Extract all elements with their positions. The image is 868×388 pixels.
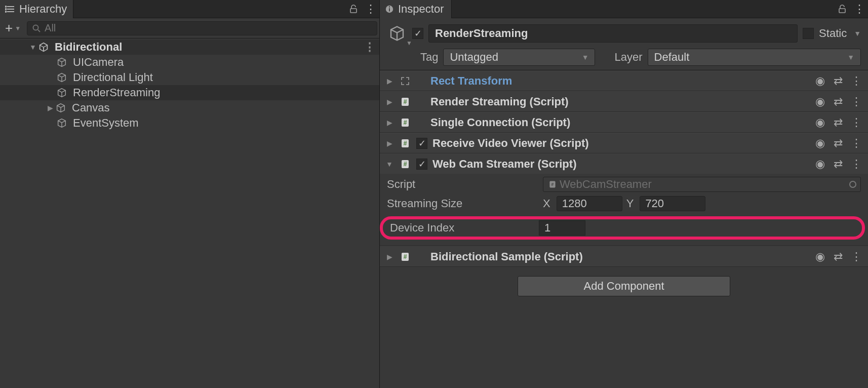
help-icon[interactable]: ◉ — [813, 74, 826, 88]
component-receive-video-viewer: # Receive Video Viewer (Script) ◉ ⇄ ⋮ — [380, 133, 868, 153]
hierarchy-menu-icon[interactable]: ⋮ — [362, 0, 379, 18]
streaming-size-property: Streaming Size X Y — [387, 196, 861, 211]
script-value: WebCamStreamer — [560, 178, 652, 191]
gameobject-name-input[interactable] — [428, 24, 798, 43]
inspector-menu-icon[interactable]: ⋮ — [851, 0, 868, 18]
property-label: Device Index — [386, 221, 535, 235]
preset-icon[interactable]: ⇄ — [832, 116, 845, 129]
gameobject-enabled-checkbox[interactable] — [412, 28, 423, 39]
hierarchy-item-directional-light[interactable]: Directional Light — [0, 70, 379, 85]
kebab-icon[interactable]: ⋮ — [850, 137, 863, 150]
gameobject-icon — [55, 102, 67, 114]
hierarchy-tab[interactable]: Hierarchy — [0, 0, 73, 18]
script-icon: # — [399, 137, 411, 149]
foldout-icon[interactable] — [46, 104, 55, 112]
component-enable-checkbox[interactable] — [416, 159, 427, 170]
component-enable-checkbox[interactable] — [416, 138, 427, 149]
static-checkbox[interactable] — [803, 28, 814, 39]
kebab-icon[interactable]: ⋮ — [850, 158, 863, 171]
hierarchy-search[interactable] — [27, 21, 377, 35]
component-title: Receive Video Viewer (Script) — [432, 137, 589, 150]
hierarchy-item-canvas[interactable]: Canvas — [0, 100, 379, 115]
script-reference-field[interactable]: # WebCamStreamer — [543, 177, 861, 192]
foldout-icon[interactable] — [385, 77, 394, 85]
object-picker-icon[interactable] — [849, 181, 856, 188]
svg-text:#: # — [404, 98, 407, 105]
component-header[interactable]: # Bidirectional Sample (Script) ◉ ⇄ ⋮ — [380, 246, 868, 266]
inspector-lock-icon[interactable] — [834, 0, 851, 18]
gameobject-header: ▼ Static ▼ Tag Untagged ▼ Layer Default … — [380, 18, 868, 70]
script-icon: # — [399, 96, 411, 108]
gameobject-icon — [56, 87, 68, 99]
hierarchy-tree: Bidirectional ⋮ UICamera Directional Lig… — [0, 38, 379, 388]
foldout-icon[interactable] — [28, 43, 37, 51]
preset-icon[interactable]: ⇄ — [832, 95, 845, 108]
help-icon[interactable]: ◉ — [813, 250, 826, 263]
svg-rect-12 — [839, 9, 845, 13]
foldout-icon[interactable] — [385, 119, 394, 127]
preset-icon[interactable]: ⇄ — [832, 137, 845, 150]
script-icon: # — [399, 117, 411, 129]
info-icon — [385, 5, 394, 14]
component-header[interactable]: # Web Cam Streamer (Script) ◉ ⇄ ⋮ — [380, 153, 868, 174]
svg-point-7 — [33, 25, 38, 30]
kebab-icon[interactable]: ⋮ — [850, 95, 863, 108]
foldout-icon[interactable] — [385, 139, 394, 147]
hierarchy-panel: Hierarchy ⋮ + ▼ Bidirectional ⋮ — [0, 0, 380, 388]
preset-icon[interactable]: ⇄ — [832, 74, 845, 88]
hierarchy-search-input[interactable] — [45, 22, 372, 34]
component-title: Rect Transform — [430, 74, 512, 88]
hierarchy-lock-icon[interactable] — [345, 0, 362, 18]
inspector-tab[interactable]: Inspector — [380, 0, 452, 18]
device-index-input[interactable] — [539, 220, 585, 236]
chevron-down-icon[interactable]: ▼ — [854, 29, 861, 37]
component-rect-transform: Rect Transform ◉ ⇄ ⋮ — [380, 70, 868, 91]
preset-icon[interactable]: ⇄ — [832, 158, 845, 171]
svg-text:#: # — [404, 140, 407, 147]
hierarchy-add-button[interactable]: + ▼ — [2, 19, 24, 37]
chevron-down-icon: ▼ — [582, 53, 589, 61]
kebab-icon[interactable]: ⋮ — [850, 74, 863, 88]
streaming-size-y-input[interactable] — [640, 196, 705, 211]
help-icon[interactable]: ◉ — [813, 95, 826, 108]
preset-icon[interactable]: ⇄ — [832, 250, 845, 263]
svg-line-8 — [38, 30, 40, 32]
component-title: Web Cam Streamer (Script) — [432, 158, 576, 171]
foldout-icon[interactable] — [385, 160, 394, 168]
kebab-icon[interactable]: ⋮ — [850, 116, 863, 129]
add-component-button[interactable]: Add Component — [518, 276, 730, 296]
foldout-icon[interactable] — [385, 98, 394, 106]
gameobject-icon[interactable]: ▼ — [387, 23, 407, 44]
static-label: Static — [819, 27, 847, 40]
property-label: Streaming Size — [387, 197, 539, 210]
script-mini-icon: # — [548, 180, 557, 188]
component-web-cam-streamer: # Web Cam Streamer (Script) ◉ ⇄ ⋮ Script… — [380, 153, 868, 246]
component-header[interactable]: # Receive Video Viewer (Script) ◉ ⇄ ⋮ — [380, 133, 868, 153]
hierarchy-item-eventsystem[interactable]: EventSystem — [0, 115, 379, 131]
script-icon: # — [399, 251, 411, 263]
scene-kebab-icon[interactable]: ⋮ — [364, 41, 375, 54]
component-header[interactable]: Rect Transform ◉ ⇄ ⋮ — [380, 70, 868, 91]
tag-dropdown[interactable]: Untagged ▼ — [443, 49, 595, 66]
streaming-size-x-input[interactable] — [557, 196, 622, 211]
hierarchy-item-label: EventSystem — [73, 117, 139, 130]
help-icon[interactable]: ◉ — [813, 116, 826, 129]
device-index-highlight: Device Index — [380, 216, 865, 240]
svg-text:#: # — [551, 182, 554, 187]
svg-rect-10 — [389, 8, 390, 11]
hierarchy-item-label: Directional Light — [73, 71, 153, 84]
hierarchy-item-renderstreaming[interactable]: RenderStreaming — [0, 85, 379, 100]
component-header[interactable]: # Render Streaming (Script) ◉ ⇄ ⋮ — [380, 91, 868, 111]
hierarchy-item-label: RenderStreaming — [73, 86, 160, 99]
layer-dropdown[interactable]: Default ▼ — [648, 49, 861, 66]
scene-root[interactable]: Bidirectional ⋮ — [0, 40, 379, 55]
foldout-icon[interactable] — [385, 253, 394, 261]
chevron-down-icon: ▼ — [847, 53, 854, 61]
component-title: Single Connection (Script) — [430, 116, 570, 129]
kebab-icon[interactable]: ⋮ — [850, 250, 863, 263]
component-header[interactable]: # Single Connection (Script) ◉ ⇄ ⋮ — [380, 112, 868, 132]
hierarchy-item-uicamera[interactable]: UICamera — [0, 55, 379, 70]
help-icon[interactable]: ◉ — [813, 137, 826, 150]
help-icon[interactable]: ◉ — [813, 158, 826, 171]
layer-label: Layer — [614, 51, 642, 64]
